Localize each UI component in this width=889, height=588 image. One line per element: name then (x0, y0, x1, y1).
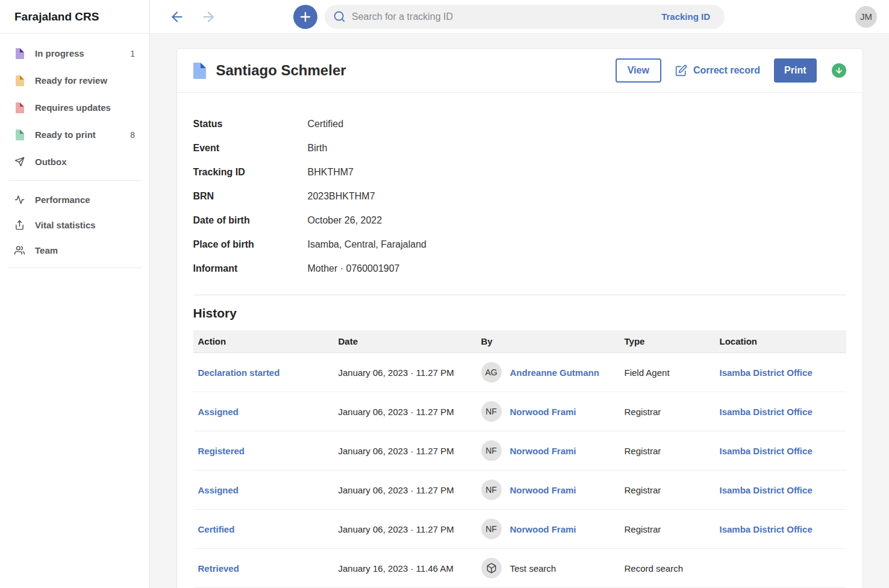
history-location-link[interactable]: Isamba District Office (720, 407, 813, 417)
sidebar-item-outbox[interactable]: Outbox (0, 148, 149, 175)
history-location-link[interactable]: Isamba District Office (720, 524, 813, 534)
sidebar-item-label: Vital statistics (35, 220, 96, 230)
avatar: NF (481, 401, 502, 422)
column-header-date: Date (334, 336, 476, 346)
users-icon (14, 245, 25, 255)
history-action-link[interactable]: Assigned (198, 485, 239, 495)
sidebar-item-label: Ready for review (35, 75, 107, 86)
sidebar-item-label: In progress (35, 48, 84, 58)
avatar-initials: NF (485, 524, 497, 534)
file-purple-icon (14, 48, 25, 59)
column-header-type: Type (620, 336, 715, 346)
avatar: NF (481, 480, 502, 500)
history-by-link[interactable]: Norwood Frami (510, 446, 576, 456)
avatar-initials: NF (485, 485, 497, 495)
record-detail-row: BRN 2023BHKTHM7 (193, 184, 846, 208)
history-section: History Action Date By Type Location Dec… (177, 295, 862, 588)
history-table-body: Declaration started January 06, 2023 · 1… (193, 353, 846, 588)
history-table-row: Assigned January 06, 2023 · 11.27 PM NF … (193, 471, 846, 510)
sidebar-item-ready-to-print[interactable]: Ready to print 8 (0, 121, 149, 148)
detail-value: BHKTHM7 (308, 167, 354, 178)
history-type: Registrar (620, 446, 715, 456)
record-actions: View Correct record Print (616, 58, 846, 83)
history-table-row: Retrieved January 16, 2023 · 11.46 AM Te… (193, 549, 846, 588)
history-by-link[interactable]: Norwood Frami (510, 485, 576, 495)
detail-label: Date of birth (193, 215, 308, 226)
record-details: Status Certified Event Birth Tracking ID… (177, 93, 862, 281)
history-table-row: Certified January 06, 2023 · 11.27 PM NF… (193, 510, 846, 549)
history-type: Record search (620, 563, 715, 574)
history-type: Registrar (620, 524, 715, 534)
sidebar-item-label: Team (35, 245, 58, 255)
forward-button[interactable] (198, 7, 219, 27)
history-location-link[interactable]: Isamba District Office (720, 367, 813, 378)
history-action-link[interactable]: Registered (198, 446, 245, 456)
detail-label: Place of birth (193, 239, 308, 250)
history-date: January 06, 2023 · 11.27 PM (334, 407, 476, 417)
document-icon (193, 63, 206, 79)
sidebar-item-ready-for-review[interactable]: Ready for review (0, 67, 149, 94)
history-action-link[interactable]: Certified (198, 524, 235, 534)
record-detail-row: Informant Mother · 0760001907 (193, 257, 846, 281)
correct-record-button[interactable]: Correct record (675, 64, 760, 77)
sidebar-item-label: Ready to print (35, 130, 96, 140)
back-button[interactable] (167, 7, 187, 27)
detail-label: Tracking ID (193, 167, 308, 178)
search-bar: Tracking ID (325, 5, 725, 29)
sidebar-workqueues: In progress 1 Ready for review Requires … (0, 34, 149, 180)
history-by-link[interactable]: Norwood Frami (510, 524, 576, 534)
history-date: January 16, 2023 · 11.46 AM (334, 563, 476, 574)
history-action-link[interactable]: Assigned (198, 407, 239, 417)
sidebar-item-team[interactable]: Team (0, 237, 149, 263)
detail-label: BRN (193, 191, 308, 202)
history-date: January 06, 2023 · 11.27 PM (334, 524, 476, 534)
history-by-link[interactable]: Norwood Frami (510, 407, 576, 417)
history-date: January 06, 2023 · 11.27 PM (334, 446, 476, 456)
new-declaration-button[interactable] (293, 5, 317, 29)
sidebar-item-in-progress[interactable]: In progress 1 (0, 40, 149, 67)
user-avatar[interactable]: JM (855, 6, 877, 28)
avatar-initials: NF (485, 407, 497, 416)
cube-icon (486, 563, 497, 574)
sidebar-item-requires-updates[interactable]: Requires updates (0, 94, 149, 121)
history-table: Action Date By Type Location Declaration… (193, 330, 846, 588)
view-button[interactable]: View (616, 58, 661, 83)
avatar (481, 558, 502, 578)
history-type: Field Agent (620, 367, 715, 378)
detail-value: October 26, 2022 (308, 215, 382, 226)
history-type: Registrar (620, 407, 715, 417)
record-card: Santiago Schmeler View Correct record Pr… (176, 48, 863, 588)
export-icon (14, 220, 25, 230)
search-input[interactable] (352, 11, 661, 22)
history-location-link[interactable]: Isamba District Office (720, 485, 813, 495)
edit-icon (675, 64, 687, 77)
history-table-row: Assigned January 06, 2023 · 11.27 PM NF … (193, 392, 846, 431)
sidebar-item-performance[interactable]: Performance (0, 187, 149, 212)
sidebar-tools: Performance Vital statistics Team (0, 181, 149, 267)
detail-value: Certified (308, 119, 344, 130)
activity-icon (14, 195, 25, 205)
download-button[interactable] (832, 63, 846, 78)
record-detail-row: Date of birth October 26, 2022 (193, 208, 846, 233)
avatar: AG (481, 362, 502, 383)
column-header-by: By (476, 336, 620, 346)
search-filter-dropdown[interactable]: Tracking ID (661, 11, 710, 22)
history-location-link[interactable]: Isamba District Office (720, 446, 813, 456)
column-header-action: Action (193, 336, 334, 346)
avatar-initials: AG (485, 367, 497, 377)
history-by-link[interactable]: Andreanne Gutmann (510, 367, 599, 378)
column-header-location: Location (715, 336, 846, 346)
record-detail-row: Status Certified (193, 112, 846, 136)
history-title: History (193, 306, 846, 321)
print-button[interactable]: Print (774, 58, 816, 83)
history-action-link[interactable]: Retrieved (198, 563, 239, 574)
history-table-header: Action Date By Type Location (193, 330, 846, 353)
avatar: NF (481, 440, 502, 461)
record-header: Santiago Schmeler View Correct record Pr… (177, 49, 862, 93)
sidebar-item-vital-statistics[interactable]: Vital statistics (0, 212, 149, 237)
file-red-icon (14, 102, 25, 113)
history-action-link[interactable]: Declaration started (198, 367, 280, 378)
paper-plane-icon (14, 157, 25, 167)
detail-value: Birth (308, 143, 328, 154)
main-content: Santiago Schmeler View Correct record Pr… (150, 34, 889, 588)
